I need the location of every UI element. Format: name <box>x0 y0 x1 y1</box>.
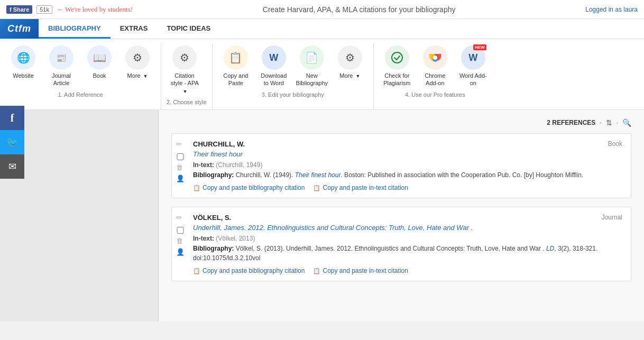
ref-card-actions-churchill: ✏ 🗑 👤 <box>176 140 185 182</box>
delete-icon-volkel[interactable]: 🗑 <box>176 237 185 245</box>
toolbar-item-website[interactable]: 🌐 Website <box>5 43 41 89</box>
more-edit-label: More ▼ <box>339 72 360 80</box>
toolbar-item-word-addon[interactable]: W NEW Word Add-on <box>455 43 491 89</box>
book-icon: 📖 <box>87 45 112 70</box>
plagiarism-icon <box>385 45 409 70</box>
more-edit-dropdown-arrow: ▼ <box>355 73 360 79</box>
copy-bib-link-churchill[interactable]: 📋 Copy and paste bibliography citation <box>193 184 305 191</box>
edit-icon-volkel[interactable]: ✏ <box>176 214 185 222</box>
ref-links-volkel: 📋 Copy and paste bibliography citation 📋… <box>193 267 622 274</box>
more-edit-icon: ⚙ <box>338 45 362 70</box>
logged-in-label: Logged in as laura <box>585 6 638 13</box>
copy-intext-link-churchill[interactable]: 📋 Copy and paste in-text citation <box>313 184 408 191</box>
toolbar-items-add: 🌐 Website 📰 Journal Article 📖 Book ⚙ Mor… <box>5 43 155 89</box>
section-label-style: 2. Choose style <box>167 99 207 105</box>
edit-icon-churchill[interactable]: ✏ <box>176 140 185 148</box>
chrome-label: Chrome Add-on <box>419 72 451 87</box>
download-word-label: Download to Word <box>258 72 290 87</box>
copy-paste-label: Copy and Paste <box>220 72 252 87</box>
more-add-label: More ▼ <box>127 72 148 80</box>
facebook-social-icon: f <box>11 112 14 124</box>
ref-type-churchill: Book <box>608 140 622 148</box>
toolbar-section-edit: 📋 Copy and Paste W Download to Word 📄 Ne… <box>213 43 374 109</box>
ref-bib-volkel: Bibliography: Völkel, S. (2013). Underhi… <box>193 244 622 263</box>
ref-header-volkel: VÖLKEL, S. Journal <box>193 214 622 222</box>
top-bar-left: f Share 51k ← We're loved by students! <box>6 5 133 14</box>
ref-title-churchill: Their finest hour <box>193 150 622 158</box>
ref-bib-churchill: Bibliography: Churchill, W. (1949). Thei… <box>193 170 622 180</box>
word-addon-label: Word Add-on <box>457 72 489 87</box>
toolbar-items-pro: Check for Plagiarism Chrome Add-on W <box>379 43 491 89</box>
sort-icon[interactable]: ⇅ <box>606 118 612 127</box>
checkbox-volkel[interactable] <box>176 227 185 234</box>
toolbar-item-copy-paste[interactable]: 📋 Copy and Paste <box>218 43 254 89</box>
copy-intext-icon-churchill: 📋 <box>313 185 320 191</box>
download-word-icon: W <box>262 45 286 70</box>
copy-bib-icon-churchill: 📋 <box>193 185 200 191</box>
citation-style-dropdown-arrow: ▼ <box>183 89 188 94</box>
ref-card-churchill: ✏ 🗑 👤 CHURCHILL, W. Book Their finest ho… <box>171 133 631 198</box>
toolbar-item-book[interactable]: 📖 Book <box>81 43 117 89</box>
section-label-edit: 3. Edit your bibliography <box>218 91 368 98</box>
toolbar-item-check-plagiarism[interactable]: Check for Plagiarism <box>379 43 415 89</box>
references-header: 2 REFERENCES · ⇅ · 🔍 <box>171 118 631 127</box>
more-add-icon: ⚙ <box>125 45 150 70</box>
ref-intext-volkel: In-text: (Völkel, 2013) <box>193 235 622 242</box>
ref-card-volkel: ✏ 🗑 👤 VÖLKEL, S. Journal Underhill, Jame… <box>171 207 631 281</box>
citation-style-icon: ⚙ <box>172 45 197 70</box>
dot-separator: · <box>600 119 601 126</box>
nav-tabs: Ctfm BIBLIOGRAPHY EXTRAS TOPIC IDEAS <box>0 19 644 39</box>
svg-point-0 <box>392 52 402 63</box>
ref-links-churchill: 📋 Copy and paste bibliography citation 📋… <box>193 184 622 191</box>
ref-count: 2 REFERENCES <box>547 119 595 126</box>
toolbar-section-add-reference: 🌐 Website 📰 Journal Article 📖 Book ⚙ Mor… <box>0 43 161 109</box>
copy-bib-link-volkel[interactable]: 📋 Copy and paste bibliography citation <box>193 267 305 274</box>
ref-bib-title-volkel: LD <box>546 245 554 252</box>
ref-author-churchill: CHURCHILL, W. <box>193 140 245 148</box>
checkbox-churchill[interactable] <box>176 153 185 160</box>
tagline: Create Harvard, APA, & MLA citations for… <box>133 5 585 14</box>
social-email-button[interactable]: ✉ <box>0 154 24 179</box>
search-references-icon[interactable]: 🔍 <box>622 118 631 127</box>
svg-point-2 <box>433 56 437 60</box>
copy-intext-icon-volkel: 📋 <box>313 268 320 274</box>
loved-text: ← We're loved by students! <box>57 5 133 14</box>
citation-style-label: Citation style - APA ▼ <box>169 72 200 95</box>
toolbar-item-new-bibliography[interactable]: 📄 New Bibliography <box>294 43 330 89</box>
toolbar-section-choose-style: ⚙ Citation style - APA ▼ 2. Choose style <box>161 43 213 109</box>
dot-separator2: · <box>617 119 618 126</box>
content-area: 2 REFERENCES · ⇅ · 🔍 ✏ 🗑 👤 CHURCHILL, W.… <box>159 110 644 321</box>
facebook-icon: f <box>10 6 12 13</box>
copy-intext-link-volkel[interactable]: 📋 Copy and paste in-text citation <box>313 267 408 274</box>
section-label-add: 1. Add Reference <box>5 91 155 98</box>
tab-bibliography[interactable]: BIBLIOGRAPHY <box>39 19 111 39</box>
new-badge: NEW <box>473 44 486 50</box>
toolbar-item-download-word[interactable]: W Download to Word <box>256 43 292 89</box>
chrome-logo-icon <box>428 51 442 65</box>
tab-extras[interactable]: EXTRAS <box>111 19 158 39</box>
social-facebook-button[interactable]: f <box>0 106 24 130</box>
social-twitter-button[interactable]: 🐦 <box>0 130 24 154</box>
website-label: Website <box>13 72 34 79</box>
website-icon: 🌐 <box>11 45 35 70</box>
new-bib-label: New Bibliography <box>296 72 328 87</box>
toolbar-item-more-add[interactable]: ⚙ More ▼ <box>119 43 155 89</box>
section-label-pro: 4. Use our Pro features <box>379 91 491 98</box>
toolbar-item-journal-article[interactable]: 📰 Journal Article <box>43 43 79 89</box>
copy-paste-icon: 📋 <box>224 45 248 70</box>
toolbar-items-style: ⚙ Citation style - APA ▼ <box>167 43 203 97</box>
logo: Ctfm <box>0 19 39 39</box>
fb-share-button[interactable]: f Share <box>6 5 32 14</box>
plagiarism-label: Check for Plagiarism <box>381 72 413 87</box>
main-area: 2 REFERENCES · ⇅ · 🔍 ✏ 🗑 👤 CHURCHILL, W.… <box>0 110 644 321</box>
tab-topic-ideas[interactable]: TOPIC IDEAS <box>157 19 220 39</box>
toolbar-item-more-edit[interactable]: ⚙ More ▼ <box>332 43 368 89</box>
ref-title-volkel: Underhill, James. 2012. Ethnolinguistics… <box>193 224 622 232</box>
twitter-social-icon: 🐦 <box>6 136 18 148</box>
toolbar-items-edit: 📋 Copy and Paste W Download to Word 📄 Ne… <box>218 43 368 89</box>
toolbar-item-chrome-addon[interactable]: Chrome Add-on <box>417 43 453 89</box>
toolbar-item-citation-style[interactable]: ⚙ Citation style - APA ▼ <box>167 43 203 97</box>
share-label: Share <box>13 6 30 13</box>
delete-icon-churchill[interactable]: 🗑 <box>176 163 185 171</box>
new-bib-icon: 📄 <box>300 45 324 70</box>
